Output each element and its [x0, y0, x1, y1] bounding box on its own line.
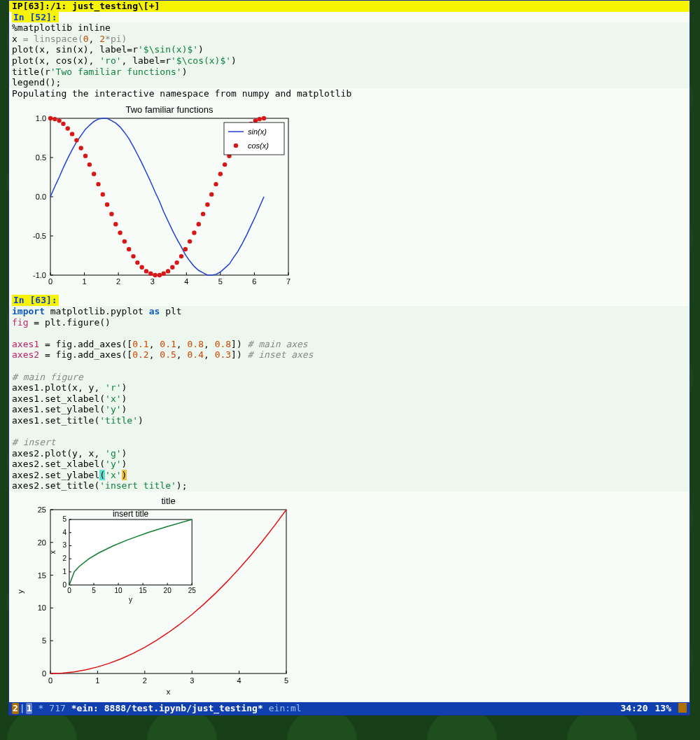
svg-point-41 [105, 202, 109, 207]
svg-point-46 [127, 247, 131, 251]
svg-point-81 [234, 144, 238, 148]
svg-point-60 [188, 239, 192, 244]
svg-text:5: 5 [62, 515, 66, 523]
svg-text:-1.0: -1.0 [33, 271, 46, 279]
svg-point-56 [170, 265, 174, 270]
svg-text:-0.5: -0.5 [33, 232, 46, 240]
svg-point-59 [183, 247, 188, 251]
modeline-buffer[interactable]: *ein: 8888/test.ipynb/just_testing* [71, 703, 263, 714]
svg-text:20: 20 [164, 587, 172, 594]
svg-point-63 [201, 212, 205, 216]
cell1-label: In [52]: [12, 12, 59, 23]
svg-text:5: 5 [284, 676, 288, 685]
svg-text:2: 2 [143, 676, 147, 685]
modeline-mode: ein:ml [269, 703, 302, 714]
svg-point-40 [101, 193, 105, 197]
svg-text:4: 4 [184, 277, 188, 286]
modeline-block-icon [678, 703, 687, 713]
svg-point-57 [174, 260, 178, 265]
svg-point-33 [70, 132, 74, 137]
svg-point-37 [88, 162, 92, 167]
svg-text:1: 1 [62, 568, 66, 575]
svg-text:3: 3 [150, 277, 155, 286]
cell2-code[interactable]: import matplotlib.pyplot as plt fig = pl… [9, 306, 690, 491]
chart2: title0123450510152025xyinsert title05101… [9, 491, 690, 701]
svg-point-42 [109, 212, 113, 216]
svg-text:3: 3 [190, 676, 194, 685]
svg-point-77 [262, 116, 266, 120]
modeline-star: * [38, 703, 43, 714]
svg-point-49 [139, 265, 144, 270]
svg-point-55 [166, 270, 170, 274]
svg-text:x: x [167, 687, 171, 696]
svg-text:0.0: 0.0 [36, 193, 46, 201]
cell1-code[interactable]: %matplotlib inline x = linspace(0, 2*pi)… [9, 22, 690, 88]
svg-text:5: 5 [218, 277, 223, 286]
svg-point-61 [192, 231, 196, 235]
svg-text:y: y [129, 596, 132, 603]
svg-point-34 [74, 139, 78, 143]
emacs-window: IP[63]: /1: just_testing\ [+] In [52]: %… [8, 0, 690, 715]
modeline-linenum: 717 [49, 703, 65, 714]
svg-point-64 [205, 202, 209, 207]
svg-point-48 [135, 260, 139, 265]
tab-current[interactable]: /1: just_testing\ [50, 1, 144, 12]
cell-2: In [63]: import matplotlib.pyplot as plt… [9, 295, 690, 491]
svg-text:insert title: insert title [113, 509, 149, 519]
svg-point-53 [158, 273, 162, 277]
svg-text:1: 1 [83, 277, 87, 286]
svg-text:1.0: 1.0 [36, 114, 46, 123]
tabbar-prefix: IP[63]: [12, 1, 50, 12]
svg-text:6: 6 [252, 277, 256, 286]
svg-text:10: 10 [114, 587, 122, 594]
cell-1: In [52]: %matplotlib inline x = linspace… [9, 12, 690, 99]
svg-point-76 [258, 117, 262, 121]
svg-text:5: 5 [92, 587, 96, 594]
svg-point-68 [223, 162, 227, 167]
svg-text:0.5: 0.5 [36, 153, 46, 162]
svg-rect-111 [69, 519, 192, 585]
svg-text:sin(x): sin(x) [248, 127, 267, 136]
svg-point-30 [57, 119, 61, 123]
cell2-label: In [63]: [12, 295, 59, 306]
svg-text:0: 0 [62, 581, 66, 589]
svg-text:3: 3 [62, 542, 66, 550]
svg-text:1: 1 [95, 676, 99, 685]
modeline: 2|1 * 717 *ein: 8888/test.ipynb/just_tes… [9, 702, 690, 715]
svg-text:10: 10 [38, 603, 46, 612]
svg-text:4: 4 [62, 529, 66, 536]
svg-text:15: 15 [139, 587, 148, 594]
modeline-pos: 34:20 [620, 703, 648, 714]
svg-point-44 [118, 231, 122, 235]
svg-text:0: 0 [67, 587, 71, 594]
svg-point-36 [83, 154, 88, 158]
svg-point-65 [209, 193, 214, 197]
svg-point-28 [48, 116, 52, 120]
tabbar: IP[63]: /1: just_testing\ [+] [9, 1, 690, 12]
svg-point-51 [148, 272, 153, 276]
svg-text:Two familiar functions: Two familiar functions [126, 104, 214, 115]
svg-text:2: 2 [62, 554, 66, 562]
svg-text:y: y [16, 589, 24, 594]
svg-point-29 [52, 117, 57, 121]
svg-point-32 [66, 127, 70, 131]
svg-text:0: 0 [48, 676, 52, 685]
svg-point-50 [144, 270, 148, 274]
svg-text:15: 15 [38, 571, 46, 580]
svg-point-31 [61, 122, 65, 126]
svg-point-38 [92, 172, 96, 176]
chart1: Two familiar functions01234567-1.0-0.50.… [9, 99, 690, 295]
svg-text:4: 4 [237, 676, 241, 685]
svg-text:25: 25 [188, 587, 197, 594]
tab-add[interactable]: [+] [144, 1, 160, 12]
svg-point-45 [122, 239, 127, 244]
svg-text:0: 0 [48, 277, 52, 286]
svg-point-47 [131, 254, 135, 258]
svg-text:cos(x): cos(x) [248, 141, 269, 150]
modeline-pct: 13% [655, 703, 671, 714]
svg-point-43 [113, 222, 118, 226]
svg-text:5: 5 [42, 636, 46, 645]
svg-point-52 [153, 273, 157, 277]
svg-point-39 [96, 182, 100, 186]
cell1-stdout: Populating the interactive namespace fro… [9, 88, 690, 99]
